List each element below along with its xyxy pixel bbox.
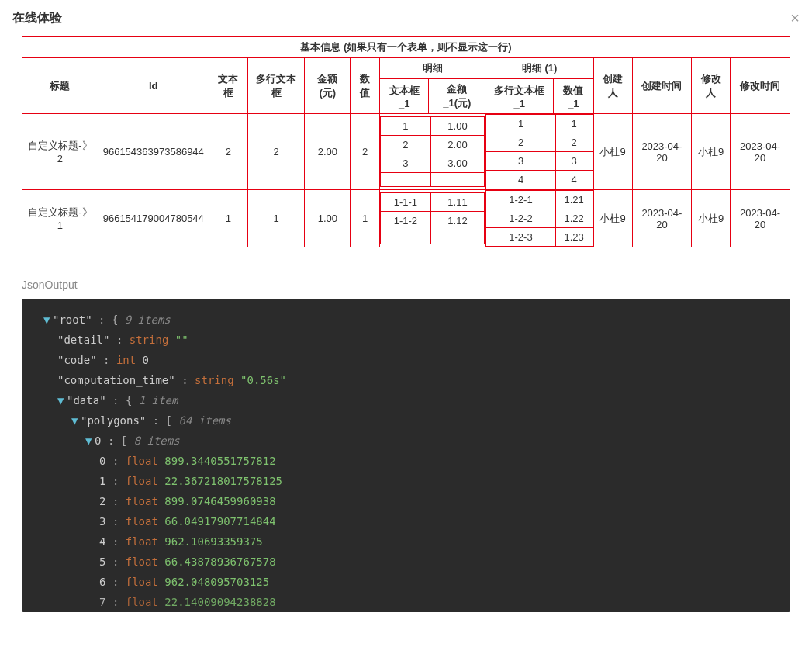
cell-amount: 2.00 <box>305 114 351 190</box>
cell-id: 966154363973586944 <box>98 114 209 190</box>
table-row: 自定义标题-》2966154363973586944222.00211.0022… <box>22 114 790 190</box>
json-float-7[interactable]: 7 : float 22.14009094238828 <box>29 592 783 612</box>
cell-multiline: 1 <box>247 190 305 247</box>
cell-detail-b: 11223344 <box>485 114 593 190</box>
detail-amount-cell: 1.11 <box>430 193 485 212</box>
cell-create-time: 2023-04-20 <box>632 114 692 190</box>
cell-title: 自定义标题-》2 <box>22 114 98 190</box>
detail-text-cell: 1 <box>381 117 430 136</box>
caret-icon[interactable]: ▼ <box>43 310 53 330</box>
group-header: 基本信息 (如果只有一个表单，则不显示这一行) <box>22 37 790 58</box>
cell-create-time: 2023-04-20 <box>632 190 692 247</box>
col-create-time: 创建时间 <box>632 58 692 114</box>
json-float-6[interactable]: 6 : float 962.048095703125 <box>29 572 783 592</box>
detail-text-cell: 1-1-2 <box>381 212 430 230</box>
cell-creator: 小杜9 <box>593 114 632 190</box>
json-float-3[interactable]: 3 : float 66.04917907714844 <box>29 511 783 531</box>
detail-amount-cell: 3.00 <box>430 154 485 173</box>
detail-amount-cell <box>430 173 485 187</box>
col-modify-time: 修改时间 <box>731 58 790 114</box>
col-detail-group: 明细 <box>380 58 485 79</box>
json-data[interactable]: ▼"data" : { 1 item <box>29 390 783 410</box>
cell-title: 自定义标题-》1 <box>22 190 98 247</box>
caret-icon[interactable]: ▼ <box>85 431 95 451</box>
detail-multiline-cell: 1-2-1 <box>486 191 555 209</box>
json-poly0[interactable]: ▼0 : [ 8 items <box>29 431 783 451</box>
col-detail-amount: 金额_1(元) <box>429 79 485 114</box>
detail-multiline-cell: 1 <box>486 115 555 133</box>
json-root[interactable]: ▼"root" : { 9 items <box>29 310 783 330</box>
detail-multiline-cell: 1-2-3 <box>486 228 555 247</box>
detail-text-cell: 3 <box>381 154 430 173</box>
caret-icon[interactable]: ▼ <box>71 410 81 431</box>
detail-number-cell: 2 <box>555 133 593 152</box>
cell-detail-a: 1-1-11.111-1-21.12 <box>380 190 485 247</box>
col-detail-number: 数值_1 <box>554 79 594 114</box>
cell-detail-b: 1-2-11.211-2-21.221-2-31.23 <box>485 190 593 247</box>
detail-text-cell: 1-1-1 <box>381 193 430 212</box>
cell-textbox: 2 <box>209 114 247 190</box>
close-icon[interactable]: × <box>790 9 800 27</box>
cell-modify-time: 2023-04-20 <box>731 114 790 190</box>
detail-number-cell: 1.22 <box>555 209 593 228</box>
detail-number-cell: 1.23 <box>555 228 593 247</box>
cell-amount: 1.00 <box>305 190 351 247</box>
detail-multiline-cell: 1-2-2 <box>486 209 555 228</box>
json-output-label: JsonOutput <box>22 279 790 291</box>
json-float-5[interactable]: 5 : float 66.43878936767578 <box>29 552 783 572</box>
cell-textbox: 1 <box>209 190 247 247</box>
detail-multiline-cell: 2 <box>486 133 555 152</box>
cell-creator: 小杜9 <box>593 190 632 247</box>
detail-number-cell: 4 <box>555 171 593 189</box>
json-float-0[interactable]: 0 : float 899.3440551757812 <box>29 451 783 471</box>
json-float-2[interactable]: 2 : float 899.0746459960938 <box>29 491 783 511</box>
caret-icon[interactable]: ▼ <box>57 390 67 410</box>
col-id: Id <box>98 58 209 114</box>
detail-amount-cell: 2.00 <box>430 136 485 154</box>
detail-amount-cell: 1.12 <box>430 212 485 230</box>
json-code[interactable]: "code" : int 0 <box>29 350 783 370</box>
col-creator: 创建人 <box>593 58 632 114</box>
json-float-4[interactable]: 4 : float 962.10693359375 <box>29 531 783 552</box>
detail-number-cell: 3 <box>555 152 593 171</box>
cell-number: 1 <box>351 190 380 247</box>
col-amount: 金额(元) <box>305 58 351 114</box>
cell-number: 2 <box>351 114 380 190</box>
col-textbox: 文本框 <box>209 58 247 114</box>
detail-text-cell: 2 <box>381 136 430 154</box>
cell-detail-a: 11.0022.0033.00 <box>380 114 485 190</box>
detail-amount-cell: 1.00 <box>430 117 485 136</box>
modal-title: 在线体验 <box>12 10 62 26</box>
col-multiline: 多行文本框 <box>247 58 305 114</box>
data-table: 基本信息 (如果只有一个表单，则不显示这一行) 标题 Id 文本框 多行文本框 … <box>22 36 790 247</box>
cell-modifier: 小杜9 <box>692 114 731 190</box>
col-detail-group-1: 明细 (1) <box>485 58 593 79</box>
cell-id: 966154179004780544 <box>98 190 209 247</box>
json-float-1[interactable]: 1 : float 22.367218017578125 <box>29 471 783 491</box>
detail-multiline-cell: 3 <box>486 152 555 171</box>
json-viewer[interactable]: ▼"root" : { 9 items"detail" : string """… <box>22 299 790 612</box>
table-row: 自定义标题-》1966154179004780544111.0011-1-11.… <box>22 190 790 247</box>
col-detail-multiline: 多行文本框_1 <box>485 79 554 114</box>
detail-number-cell: 1.21 <box>555 191 593 209</box>
col-title: 标题 <box>22 58 98 114</box>
json-computation-time[interactable]: "computation_time" : string "0.56s" <box>29 370 783 390</box>
col-modifier: 修改人 <box>692 58 731 114</box>
detail-amount-cell <box>430 230 485 244</box>
col-number: 数值 <box>351 58 380 114</box>
detail-text-cell <box>381 173 430 187</box>
col-detail-text: 文本框_1 <box>380 79 429 114</box>
json-polygons[interactable]: ▼"polygons" : [ 64 items <box>29 410 783 431</box>
detail-number-cell: 1 <box>555 115 593 133</box>
json-detail[interactable]: "detail" : string "" <box>29 330 783 350</box>
detail-multiline-cell: 4 <box>486 171 555 189</box>
detail-text-cell <box>381 230 430 244</box>
cell-modify-time: 2023-04-20 <box>731 190 790 247</box>
cell-modifier: 小杜9 <box>692 190 731 247</box>
cell-multiline: 2 <box>247 114 305 190</box>
